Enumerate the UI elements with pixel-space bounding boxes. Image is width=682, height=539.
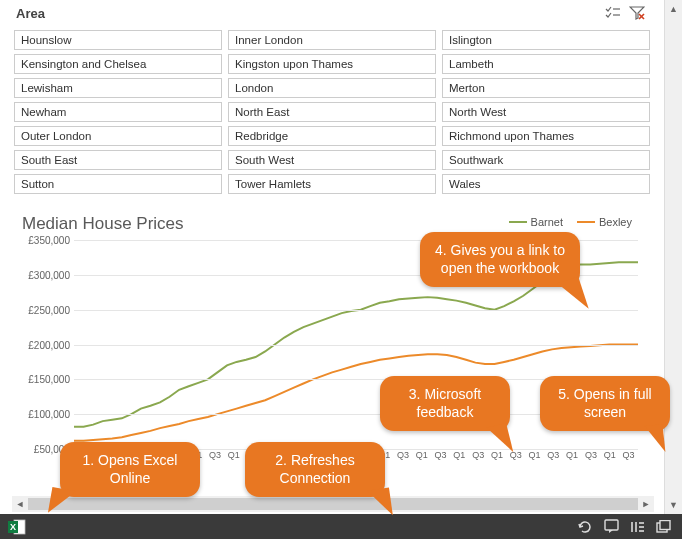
callout-text: 3. Microsoft feedback xyxy=(409,386,481,420)
x-tick-label: Q1 xyxy=(450,450,469,464)
callout-tail xyxy=(48,487,76,517)
vertical-scrollbar[interactable]: ▲ ▼ xyxy=(664,0,682,514)
slicer-item[interactable]: Inner London xyxy=(228,30,436,50)
slicer-item[interactable]: Sutton xyxy=(14,174,222,194)
x-tick-label: Q1 xyxy=(600,450,619,464)
get-link-button[interactable] xyxy=(626,517,648,537)
x-tick-label: Q1 xyxy=(224,450,243,464)
slicer-item[interactable]: South East xyxy=(14,150,222,170)
callout-feedback: 3. Microsoft feedback xyxy=(380,376,510,431)
callout-refresh: 2. Refreshes Connection xyxy=(245,442,385,497)
slicer-item[interactable]: Islington xyxy=(442,30,650,50)
callout-link: 4. Gives you a link to open the workbook xyxy=(420,232,580,287)
slicer-item[interactable]: Tower Hamlets xyxy=(228,174,436,194)
y-tick-label: £300,000 xyxy=(18,269,70,280)
scroll-down-icon[interactable]: ▼ xyxy=(665,496,682,514)
scroll-right-icon[interactable]: ► xyxy=(638,499,654,509)
x-tick-label: Q3 xyxy=(469,450,488,464)
feedback-button[interactable] xyxy=(600,517,622,537)
x-tick-label: Q3 xyxy=(619,450,638,464)
multiselect-icon[interactable] xyxy=(602,3,624,23)
svg-rect-7 xyxy=(605,520,618,530)
y-tick-label: £200,000 xyxy=(18,339,70,350)
slicer-item[interactable]: Newham xyxy=(14,102,222,122)
legend-swatch xyxy=(577,221,595,223)
slicer-item[interactable]: Southwark xyxy=(442,150,650,170)
slicer-title: Area xyxy=(16,6,600,21)
x-tick-label: Q3 xyxy=(206,450,225,464)
horizontal-scroll-thumb[interactable] xyxy=(28,498,638,510)
legend-swatch xyxy=(509,221,527,223)
scroll-left-icon[interactable]: ◄ xyxy=(12,499,28,509)
callout-text: 1. Opens Excel Online xyxy=(83,452,178,486)
horizontal-scrollbar[interactable]: ◄ ► xyxy=(12,496,654,512)
slicer-item[interactable]: Kingston upon Thames xyxy=(228,54,436,74)
embedded-excel-frame: Area HounslowInner LondonIslingtonKensin… xyxy=(0,0,682,539)
slicer-item[interactable]: Outer London xyxy=(14,126,222,146)
legend-item-bexley: Bexley xyxy=(577,216,632,228)
fullscreen-button[interactable] xyxy=(652,517,674,537)
x-tick-label: Q1 xyxy=(525,450,544,464)
callout-text: 5. Opens in full screen xyxy=(558,386,651,420)
callout-fullscreen: 5. Opens in full screen xyxy=(540,376,670,431)
slicer-grid: HounslowInner LondonIslingtonKensington … xyxy=(12,26,652,202)
callout-excel-online: 1. Opens Excel Online xyxy=(60,442,200,497)
slicer-item[interactable]: Wales xyxy=(442,174,650,194)
slicer-item[interactable]: Redbridge xyxy=(228,126,436,146)
svg-rect-14 xyxy=(660,520,670,529)
legend-item-barnet: Barnet xyxy=(509,216,563,228)
legend-label: Barnet xyxy=(531,216,563,228)
slicer-header: Area xyxy=(12,0,652,26)
excel-online-button[interactable]: X xyxy=(6,517,28,537)
slicer-item[interactable]: Richmond upon Thames xyxy=(442,126,650,146)
x-tick-label: Q1 xyxy=(412,450,431,464)
slicer-item[interactable]: Kensington and Chelsea xyxy=(14,54,222,74)
scroll-up-icon[interactable]: ▲ xyxy=(665,0,682,18)
slicer-item[interactable]: North West xyxy=(442,102,650,122)
x-tick-label: Q3 xyxy=(582,450,601,464)
slicer-item[interactable]: Merton xyxy=(442,78,650,98)
slicer-item[interactable]: Lambeth xyxy=(442,54,650,74)
callout-text: 2. Refreshes Connection xyxy=(275,452,354,486)
chart-legend: Barnet Bexley xyxy=(509,216,632,228)
x-tick-label: Q3 xyxy=(544,450,563,464)
slicer-item[interactable]: London xyxy=(228,78,436,98)
svg-text:X: X xyxy=(10,522,16,532)
slicer-item[interactable]: North East xyxy=(228,102,436,122)
callout-tail xyxy=(367,488,393,519)
x-tick-label: Q1 xyxy=(563,450,582,464)
callout-tail xyxy=(645,424,666,454)
y-tick-label: £350,000 xyxy=(18,235,70,246)
y-tick-label: £250,000 xyxy=(18,304,70,315)
legend-label: Bexley xyxy=(599,216,632,228)
refresh-connection-button[interactable] xyxy=(574,517,596,537)
slicer-item[interactable]: Lewisham xyxy=(14,78,222,98)
callout-text: 4. Gives you a link to open the workbook xyxy=(435,242,565,276)
slicer-item[interactable]: Hounslow xyxy=(14,30,222,50)
clear-filter-icon[interactable] xyxy=(626,3,648,23)
embed-footer-toolbar: X xyxy=(0,514,682,539)
x-tick-label: Q3 xyxy=(394,450,413,464)
x-tick-label: Q3 xyxy=(431,450,450,464)
y-tick-label: £150,000 xyxy=(18,374,70,385)
y-tick-label: £100,000 xyxy=(18,409,70,420)
slicer-item[interactable]: South West xyxy=(228,150,436,170)
